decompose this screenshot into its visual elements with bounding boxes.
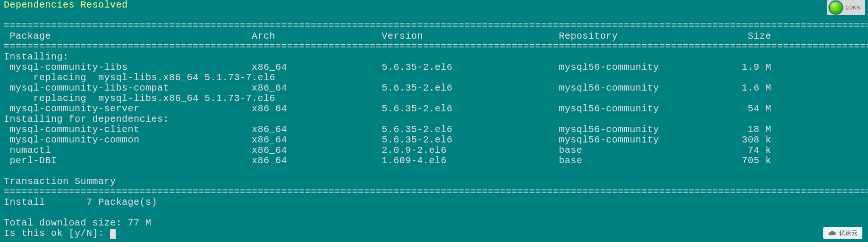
watermark: 亿速云 xyxy=(823,227,862,239)
cloud-icon xyxy=(828,229,836,237)
header-row: Package Arch Version Repository Size xyxy=(4,31,771,42)
rule-top: ========================================… xyxy=(4,20,868,31)
total-line: Total download size: 77 M xyxy=(4,217,152,228)
speed-text: 0.2K/s xyxy=(846,5,860,10)
rows-deps: mysql-community-client x86_64 5.6.35-2.e… xyxy=(4,124,771,166)
rows-installing: mysql-community-libs x86_64 5.6.35-2.el6… xyxy=(4,62,771,114)
speed-badge: 0.2K/s xyxy=(827,0,865,15)
watermark-text: 亿速云 xyxy=(839,230,858,236)
confirm-prompt[interactable]: Is this ok [y/N]: xyxy=(4,228,110,239)
section-deps: Installing for dependencies: xyxy=(4,114,169,125)
title-line: Dependencies Resolved xyxy=(4,0,128,10)
status-dot-icon xyxy=(829,0,843,15)
summary-line: Install 7 Package(s) xyxy=(4,197,157,208)
section-installing: Installing: xyxy=(4,51,69,62)
cursor[interactable] xyxy=(110,229,116,239)
rule-summary: ========================================… xyxy=(4,186,868,197)
terminal-output: Dependencies Resolved ==================… xyxy=(0,0,868,239)
rule-header: ========================================… xyxy=(4,41,868,52)
summary-heading: Transaction Summary xyxy=(4,176,116,187)
